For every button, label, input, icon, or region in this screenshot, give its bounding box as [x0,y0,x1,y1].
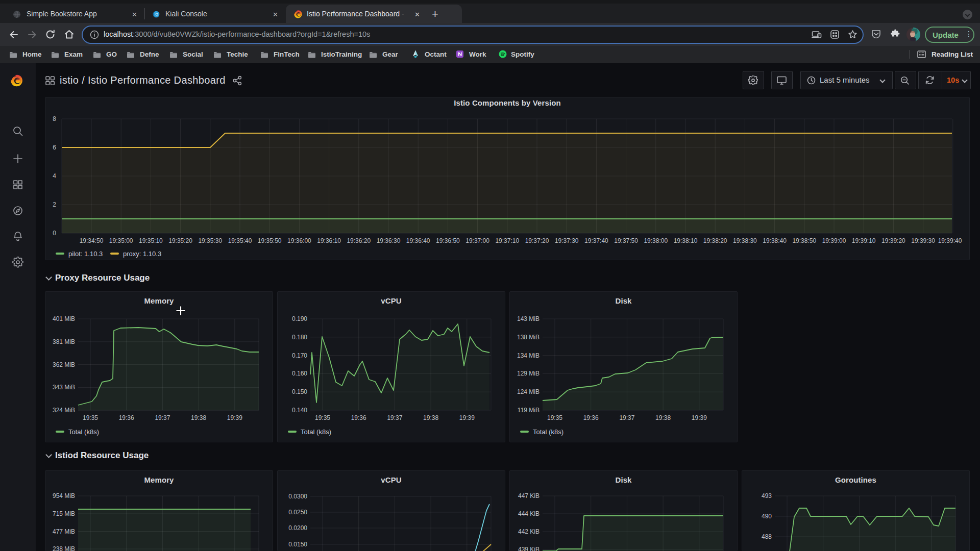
svg-text:19:36: 19:36 [583,414,599,421]
svg-text:0.170: 0.170 [292,352,307,359]
svg-text:381 MiB: 381 MiB [53,338,75,345]
svg-text:19:37: 19:37 [619,414,634,421]
svg-text:19:35: 19:35 [547,414,562,421]
svg-text:19:36: 19:36 [119,414,134,421]
svg-text:8: 8 [53,115,56,122]
svg-text:0.180: 0.180 [292,334,307,341]
svg-text:19:37:10: 19:37:10 [495,237,519,244]
svg-text:447 KiB: 447 KiB [518,492,540,499]
svg-text:444 KiB: 444 KiB [518,510,540,517]
svg-text:2: 2 [53,201,56,208]
svg-text:0.0250: 0.0250 [288,509,307,516]
svg-text:0: 0 [53,230,56,237]
svg-text:pilot: 1.10.3: pilot: 1.10.3 [68,250,103,258]
svg-text:442 KiB: 442 KiB [518,528,540,535]
svg-text:19:37:30: 19:37:30 [555,237,579,244]
svg-text:19:35:30: 19:35:30 [198,237,222,244]
svg-text:401 MiB: 401 MiB [53,315,75,322]
svg-text:19:37:20: 19:37:20 [525,237,549,244]
svg-text:19:38:30: 19:38:30 [733,237,757,244]
svg-text:19:36:30: 19:36:30 [377,237,401,244]
svg-text:954 MiB: 954 MiB [53,492,75,499]
svg-text:Total (k8s): Total (k8s) [533,428,564,436]
svg-text:19:35: 19:35 [315,414,330,421]
svg-text:19:38:00: 19:38:00 [644,237,668,244]
svg-text:19:36:10: 19:36:10 [317,237,341,244]
svg-text:439 KiB: 439 KiB [518,546,540,551]
svg-text:19:39: 19:39 [459,414,475,421]
svg-text:124 MiB: 124 MiB [517,388,540,395]
svg-text:715 MiB: 715 MiB [53,510,75,517]
svg-text:19:38: 19:38 [191,414,206,421]
svg-text:490: 490 [762,513,772,520]
svg-text:488: 488 [762,533,772,540]
svg-text:19:36:50: 19:36:50 [436,237,460,244]
svg-text:19:38: 19:38 [655,414,671,421]
svg-text:19:36:40: 19:36:40 [406,237,430,244]
svg-text:477 MiB: 477 MiB [53,528,75,535]
svg-text:19:39:00: 19:39:00 [822,237,846,244]
svg-text:362 MiB: 362 MiB [53,361,75,368]
svg-text:19:38:10: 19:38:10 [674,237,698,244]
svg-text:Total (k8s): Total (k8s) [301,428,331,436]
svg-text:19:37:40: 19:37:40 [584,237,608,244]
svg-text:19:36:00: 19:36:00 [287,237,311,244]
svg-text:19:35:00: 19:35:00 [109,237,133,244]
svg-text:6: 6 [53,144,56,151]
svg-text:19:35:40: 19:35:40 [228,237,252,244]
svg-text:0.190: 0.190 [292,315,307,322]
svg-text:19:37:50: 19:37:50 [614,237,638,244]
svg-text:0.160: 0.160 [292,370,307,377]
svg-text:proxy: 1.10.3: proxy: 1.10.3 [123,250,161,258]
svg-text:19:39: 19:39 [227,414,242,421]
svg-text:Total (k8s): Total (k8s) [68,428,99,436]
svg-text:19:39: 19:39 [692,414,707,421]
svg-text:493: 493 [762,492,772,499]
svg-text:19:38:20: 19:38:20 [703,237,727,244]
svg-text:143 MiB: 143 MiB [517,315,540,322]
svg-text:19:39:20: 19:39:20 [881,237,905,244]
svg-text:19:36: 19:36 [351,414,366,421]
svg-text:0.150: 0.150 [292,388,307,395]
svg-text:19:39:40: 19:39:40 [938,237,962,244]
svg-text:134 MiB: 134 MiB [517,352,540,359]
svg-text:19:39:30: 19:39:30 [911,237,935,244]
svg-text:0.0200: 0.0200 [288,524,307,532]
svg-text:0.140: 0.140 [292,407,307,414]
svg-text:129 MiB: 129 MiB [517,370,540,377]
svg-text:19:38: 19:38 [423,414,438,421]
svg-text:0.0300: 0.0300 [288,493,307,500]
svg-text:19:37: 19:37 [387,414,402,421]
svg-text:343 MiB: 343 MiB [53,384,75,391]
svg-text:19:35:50: 19:35:50 [258,237,282,244]
svg-text:19:35:10: 19:35:10 [139,237,163,244]
svg-text:19:36:20: 19:36:20 [347,237,371,244]
svg-text:19:34:50: 19:34:50 [80,237,104,244]
svg-text:19:39:10: 19:39:10 [852,237,876,244]
svg-text:19:35:20: 19:35:20 [168,237,192,244]
svg-text:19:38:50: 19:38:50 [792,237,816,244]
svg-text:119 MiB: 119 MiB [518,407,540,414]
svg-text:19:35: 19:35 [83,414,98,421]
svg-text:238 MiB: 238 MiB [53,545,75,551]
svg-text:19:37:00: 19:37:00 [465,237,489,244]
svg-text:19:38:40: 19:38:40 [763,237,787,244]
svg-text:138 MiB: 138 MiB [517,334,540,341]
svg-text:19:37: 19:37 [155,414,170,421]
svg-text:4: 4 [53,172,56,180]
svg-text:0.0150: 0.0150 [288,541,307,548]
svg-text:324 MiB: 324 MiB [53,407,75,414]
